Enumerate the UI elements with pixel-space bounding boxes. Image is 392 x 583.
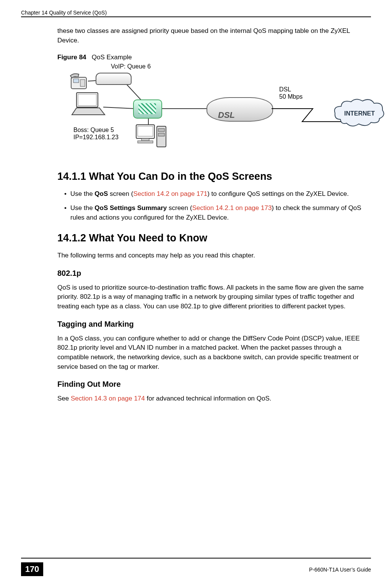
svg-rect-1 — [73, 79, 79, 83]
bullet1-mid: screen ( — [108, 190, 133, 197]
svg-rect-8 — [142, 138, 149, 141]
figure-boss-label-line1: Boss: Queue 5 — [73, 126, 119, 134]
svg-rect-7 — [138, 126, 153, 136]
internet-cloud-icon: INTERNET — [333, 97, 386, 129]
svg-rect-9 — [138, 141, 153, 143]
laptop-icon — [70, 91, 107, 118]
chapter-header-left: Chapter 14 Quality of Service (QoS) — [21, 10, 107, 16]
heading-8021p: 802.1p — [57, 269, 367, 278]
svg-marker-5 — [72, 108, 105, 115]
list-item: • Use the QoS screen (Section 14.2 on pa… — [64, 189, 367, 199]
page-number: 170 — [21, 562, 43, 576]
router-icon — [133, 99, 162, 119]
dsl-modem-text: DSL — [218, 110, 235, 120]
figure-label: Figure 84 — [57, 54, 86, 61]
bullet1-post: ) to configure QoS settings on the ZyXEL… — [207, 190, 349, 197]
bullet2-pre: Use the — [70, 204, 94, 212]
link-section-14-2-1[interactable]: Section 14.2.1 on page 173 — [192, 204, 272, 212]
bullet2-mid: screen ( — [167, 204, 192, 212]
link-section-14-3[interactable]: Section 14.3 on page 174 — [71, 395, 145, 402]
phone-icon — [70, 73, 92, 91]
heading-14-1-2: 14.1.2 What You Need to Know — [57, 232, 367, 244]
figure-voip-label: VoIP: Queue 6 — [111, 63, 151, 70]
heading-tagging: Tagging and Marking — [57, 320, 367, 329]
paragraph-8021p: QoS is used to prioritize source-to-dest… — [57, 283, 367, 311]
small-modem-icon — [96, 73, 132, 85]
svg-rect-4 — [78, 94, 96, 106]
find-pre: See — [57, 395, 71, 402]
s1412-intro: The following terms and concepts may hel… — [57, 251, 367, 261]
figure-dsl-line2: 50 Mbps — [279, 93, 303, 100]
heading-14-1-1: 14.1.1 What You Can Do in the QoS Screen… — [57, 171, 367, 182]
footer-guide-name: P-660N-T1A User’s Guide — [309, 567, 371, 573]
bullet1-bold: QoS — [94, 190, 108, 197]
header-rule — [21, 16, 371, 17]
cloud-text: INTERNET — [344, 110, 375, 117]
heading-finding-out-more: Finding Out More — [57, 380, 367, 389]
footer-rule — [21, 558, 371, 559]
bullet1-pre: Use the — [70, 190, 94, 197]
list-item: • Use the QoS Settings Summary screen (S… — [64, 204, 367, 222]
paragraph-tagging: In a QoS class, you can configure whethe… — [57, 334, 367, 372]
dsl-modem-icon: DSL — [207, 97, 273, 122]
paragraph-finding: See Section 14.3 on page 174 for advance… — [57, 394, 367, 404]
svg-rect-11 — [158, 129, 164, 132]
svg-rect-2 — [80, 80, 85, 86]
intro-paragraph: these two classes are assigned priority … — [57, 26, 367, 45]
figure-title: QoS Example — [92, 54, 132, 61]
figure-boss-label-line2: IP=192.168.1.23 — [73, 134, 119, 141]
svg-rect-12 — [158, 133, 164, 136]
link-section-14-2[interactable]: Section 14.2 on page 171 — [133, 190, 207, 197]
figure-dsl-line1: DSL — [279, 86, 303, 93]
find-post: for advanced technical information on Qo… — [145, 395, 272, 402]
figure-qos-example: VoIP: Queue 6 — [57, 64, 352, 156]
desktop-icon — [134, 122, 168, 150]
figure-caption: Figure 84 QoS Example — [57, 54, 367, 61]
bullet2-bold: QoS Settings Summary — [94, 204, 167, 212]
